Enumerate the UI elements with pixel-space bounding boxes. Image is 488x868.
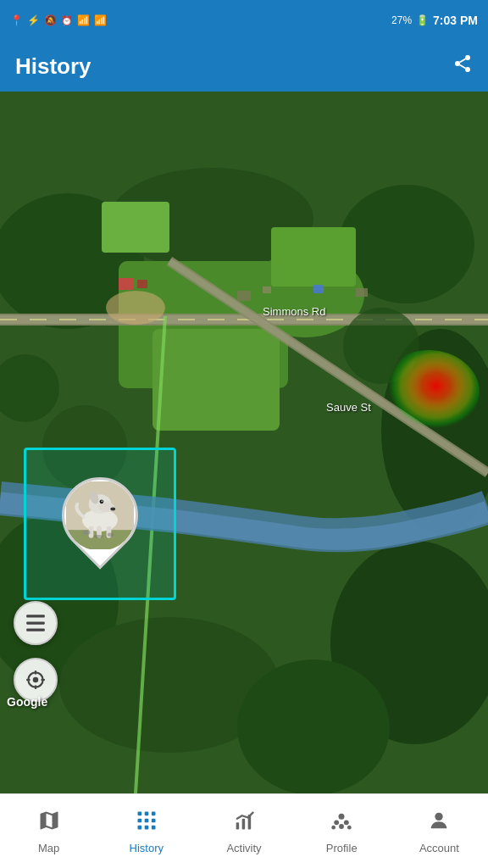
svg-rect-29 [263,287,271,293]
map-nav-label: Map [38,842,59,854]
svg-point-75 [344,820,349,825]
svg-rect-62 [144,811,148,815]
map-nav-icon [37,809,61,838]
svg-rect-18 [102,202,169,253]
pin-circle [46,461,153,569]
google-text: Google [7,695,47,709]
share-button[interactable] [452,53,473,79]
activity-nav-label: Activity [226,842,261,854]
profile-nav-icon [330,809,353,838]
status-icons-right: 27% 🔋 7:03 PM [391,14,478,27]
marker-pin [58,477,142,570]
svg-point-49 [82,530,91,535]
svg-point-73 [339,813,345,819]
svg-point-51 [93,535,103,538]
app-header: History [0,41,488,92]
nav-item-activity[interactable]: Activity [195,794,292,868]
svg-point-43 [102,501,103,503]
status-icons-left: 📍 ⚡ 🔕 ⏰ 📶 📶 [10,14,107,26]
svg-rect-63 [152,811,156,815]
svg-point-56 [33,677,39,683]
svg-point-77 [332,825,336,829]
status-time: 7:03 PM [433,14,478,27]
layers-button[interactable] [14,601,58,645]
svg-rect-52 [26,615,45,617]
svg-rect-66 [152,818,156,822]
svg-rect-26 [119,278,134,290]
svg-point-41 [98,503,114,512]
svg-point-0 [465,55,470,60]
activity-nav-icon [232,809,256,838]
svg-rect-70 [236,822,240,829]
status-bar: 📍 ⚡ 🔕 ⏰ 📶 📶 27% 🔋 7:03 PM [0,0,488,41]
svg-line-3 [460,65,466,69]
wifi-icon: 📶 [77,14,90,26]
map-container[interactable]: Simmons Rd Sauve St [0,92,488,793]
svg-rect-30 [313,285,324,293]
battery-icon: 🔋 [416,14,429,26]
bottom-navigation: Map History A [0,793,488,868]
pin-circle-inner [64,480,136,551]
svg-rect-27 [137,280,147,288]
page-title: History [15,53,92,80]
svg-point-79 [435,812,443,820]
bluetooth-icon: ⚡ [27,14,40,26]
history-nav-icon [135,809,158,838]
nav-item-history[interactable]: History [97,794,195,868]
svg-point-78 [347,825,352,829]
nav-item-account[interactable]: Account [391,794,488,868]
svg-rect-16 [152,329,280,431]
svg-rect-69 [152,825,156,829]
svg-rect-31 [356,288,368,297]
signal-icon: 📶 [94,14,107,26]
svg-rect-65 [144,818,148,822]
battery-percent: 27% [391,14,412,26]
account-nav-label: Account [419,842,459,854]
svg-point-1 [455,61,460,66]
svg-point-2 [465,67,470,72]
svg-point-74 [334,820,339,825]
svg-point-44 [110,507,115,510]
pet-location-marker[interactable] [24,448,176,617]
google-watermark: Google [7,695,47,709]
alarm-icon: ⏰ [61,15,73,26]
dog-image [66,481,134,549]
svg-rect-68 [144,825,148,829]
svg-rect-54 [26,629,45,632]
history-nav-label: History [130,842,164,854]
svg-rect-19 [271,227,356,287]
heatmap [378,350,480,435]
nav-item-map[interactable]: Map [0,794,97,868]
svg-line-4 [460,59,466,63]
svg-point-76 [339,824,344,829]
svg-point-14 [237,659,390,793]
svg-rect-53 [26,621,45,624]
marker-box [24,448,176,600]
svg-rect-67 [137,825,141,829]
mute-icon: 🔕 [44,14,57,26]
svg-point-50 [108,532,114,537]
nav-item-profile[interactable]: Profile [293,794,391,868]
svg-rect-61 [137,811,141,815]
profile-nav-label: Profile [326,842,358,854]
svg-rect-64 [137,818,141,822]
svg-point-36 [106,291,165,325]
svg-rect-28 [237,291,251,301]
location-icon: 📍 [10,14,23,26]
svg-rect-71 [242,818,246,829]
map-svg [0,92,488,793]
account-nav-icon [427,809,451,838]
